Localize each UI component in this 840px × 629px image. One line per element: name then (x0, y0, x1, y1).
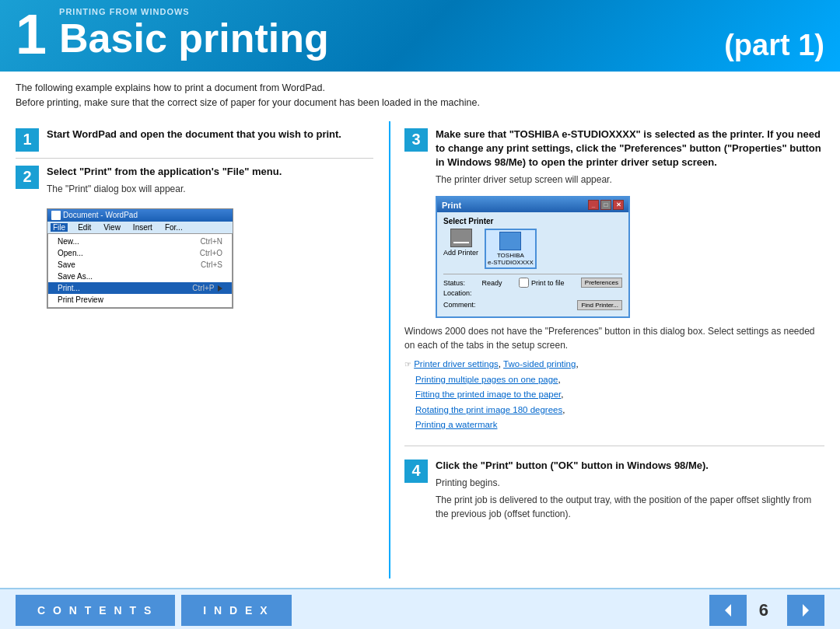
pd-printers-area: Add Printer TOSHIBAe-STUDIOXXXX (443, 229, 622, 269)
chapter-number: 1 (16, 6, 47, 62)
pd-close-btn[interactable]: ✕ (613, 200, 624, 210)
wp-menu-print[interactable]: Print...Ctrl+P (48, 282, 232, 294)
pd-status-label: Status: (443, 279, 465, 287)
pd-print-to-file-label: Print to file (531, 279, 565, 287)
step-3: 3 Make sure that "TOSHIBA e-STUDIOXXXX" … (404, 121, 824, 190)
step-3-body: The printer driver setup screen will app… (436, 173, 824, 187)
svg-marker-1 (803, 604, 809, 617)
step-2-body: The "Print" dialog box will appear. (47, 182, 373, 196)
pd-toshiba-printer[interactable]: TOSHIBAe-STUDIOXXXX (485, 229, 537, 269)
wp-menubar: File Edit View Insert For... (47, 222, 233, 233)
step-3-block: 3 Make sure that "TOSHIBA e-STUDIOXXXX" … (404, 121, 824, 446)
content-columns: 1 Start WordPad and open the document th… (16, 121, 824, 579)
page-number: 6 (747, 600, 781, 620)
link-watermark[interactable]: Printing a watermark (415, 420, 497, 429)
step-4-title: Click the "Print" button ("OK" button in… (436, 459, 824, 473)
wp-menu-open[interactable]: Open...Ctrl+O (48, 247, 232, 259)
prev-page-button[interactable] (709, 595, 747, 626)
index-button[interactable]: I N D E X (181, 595, 291, 626)
header-text-block: PRINTING FROM WINDOWS Basic printing (59, 7, 724, 61)
wp-titlebar: Document - WordPad (47, 209, 233, 222)
links-area: ☞ Printer driver settings, Two-sided pri… (404, 357, 824, 433)
wp-menu-print-preview[interactable]: Print Preview (48, 294, 232, 306)
step-4-number: 4 (404, 460, 428, 483)
step-4-content: Click the "Print" button ("OK" button in… (436, 459, 824, 521)
pd-add-printer: Add Printer (443, 229, 478, 257)
step-2-title: Select "Print" from the application's "F… (47, 165, 373, 179)
step-1: 1 Start WordPad and open the document th… (16, 121, 373, 159)
step-3-note: Windows 2000 does not have the "Preferen… (404, 324, 824, 352)
pd-titlebar: Print _ □ ✕ (437, 197, 628, 212)
svg-marker-0 (725, 604, 731, 617)
step-4-body2: The print job is delivered to the output… (436, 493, 824, 521)
pd-title: Print (442, 201, 461, 210)
step-3-number: 3 (404, 128, 428, 152)
wp-menu-new[interactable]: New...Ctrl+N (48, 236, 232, 247)
step-2-number: 2 (16, 166, 39, 189)
wp-menu-save-as[interactable]: Save As... (48, 271, 232, 282)
toshiba-printer-label: TOSHIBAe-STUDIOXXXX (488, 252, 534, 266)
pd-body: Select Printer Add Printer TOSHIBAe-STUD… (437, 212, 628, 316)
pd-location-label: Location: (443, 289, 472, 297)
add-printer-icon (450, 229, 472, 247)
pd-status-row: Status: Ready Print to file Preferences (443, 278, 622, 288)
wp-menu-format[interactable]: For... (163, 223, 185, 232)
main-content: The following example explains how to pr… (0, 72, 840, 588)
pd-status-value: Ready (481, 279, 502, 287)
link-fitting[interactable]: Fitting the printed image to the paper (415, 390, 561, 399)
wp-menu-insert[interactable]: Insert (131, 223, 155, 232)
wp-menu-edit[interactable]: Edit (75, 223, 93, 232)
chapter-title: Basic printing (59, 16, 724, 61)
part-label: (part 1) (724, 29, 824, 62)
intro-line1: The following example explains how to pr… (16, 81, 824, 96)
step-2: 2 Select "Print" from the application's … (16, 159, 373, 202)
step-2-content: Select "Print" from the application's "F… (47, 165, 373, 196)
pd-status-area: Status: Ready Print to file Preferences … (443, 274, 622, 310)
step-4: 4 Click the "Print" button ("OK" button … (404, 453, 824, 527)
next-arrow-icon (796, 601, 815, 620)
next-page-button[interactable] (787, 595, 824, 626)
wp-icon (51, 211, 61, 220)
step-1-content: Start WordPad and open the document that… (47, 128, 373, 145)
pd-find-printer-btn[interactable]: Find Printer... (577, 300, 622, 310)
contents-button[interactable]: C O N T E N T S (16, 595, 175, 626)
pd-print-to-file-checkbox[interactable] (519, 278, 529, 288)
page-header: 1 PRINTING FROM WINDOWS Basic printing (… (0, 0, 840, 72)
link-two-sided[interactable]: Two-sided printing (503, 359, 576, 369)
wp-menu-save[interactable]: SaveCtrl+S (48, 259, 232, 271)
link-rotating[interactable]: Rotating the print image 180 degrees (415, 405, 562, 414)
pd-preferences-btn[interactable]: Preferences (581, 278, 622, 288)
wordpad-screenshot: Document - WordPad File Edit View Insert… (47, 208, 233, 309)
intro-text: The following example explains how to pr… (16, 81, 824, 110)
step-1-title: Start WordPad and open the document that… (47, 128, 373, 142)
right-column: 3 Make sure that "TOSHIBA e-STUDIOXXXX" … (389, 121, 824, 579)
step-3-title: Make sure that "TOSHIBA e-STUDIOXXXX" is… (436, 128, 824, 170)
print-dialog-screenshot: Print _ □ ✕ Select Printer Add Printe (436, 196, 630, 318)
toshiba-printer-icon (499, 232, 521, 250)
left-column: 1 Start WordPad and open the document th… (16, 121, 373, 579)
wp-menu-file[interactable]: File (51, 223, 68, 232)
step-3-content: Make sure that "TOSHIBA e-STUDIOXXXX" is… (436, 128, 824, 187)
pd-minimize-btn[interactable]: _ (588, 200, 599, 210)
link-printer-driver[interactable]: Printer driver settings (414, 359, 499, 369)
pd-print-to-file: Print to file (519, 278, 565, 288)
step-4-block: 4 Click the "Print" button ("OK" button … (404, 453, 824, 535)
pd-section-label: Select Printer (443, 217, 622, 225)
wp-title: Document - WordPad (63, 211, 138, 219)
pd-comment-row: Comment: Find Printer... (443, 299, 622, 310)
pd-maximize-btn[interactable]: □ (600, 200, 611, 210)
prev-arrow-icon (719, 601, 737, 620)
step-4-body1: Printing begins. (436, 476, 824, 490)
pd-comment-label: Comment: (443, 301, 476, 309)
bottom-navigation: C O N T E N T S I N D E X 6 (0, 588, 840, 629)
link-note-icon: ☞ (404, 360, 411, 369)
wp-file-dropdown: New...Ctrl+N Open...Ctrl+O SaveCtrl+S Sa… (47, 233, 233, 308)
pd-location-row: Location: (443, 289, 622, 297)
intro-line2: Before printing, make sure that the corr… (16, 96, 824, 110)
step-1-number: 1 (16, 128, 39, 152)
link-multiple-pages[interactable]: Printing multiple pages on one page (415, 375, 558, 384)
add-printer-label: Add Printer (443, 249, 478, 257)
wp-menu-view[interactable]: View (101, 223, 123, 232)
pd-close-buttons: _ □ ✕ (588, 200, 624, 210)
